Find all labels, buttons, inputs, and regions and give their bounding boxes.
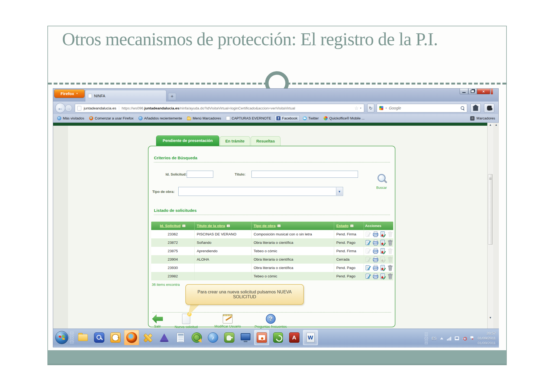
cell-acciones (364, 247, 393, 255)
sort-icon[interactable]: − (350, 224, 354, 227)
tab-resueltas[interactable]: Resueltas (251, 136, 280, 146)
taskbar-evernote-button[interactable] (222, 330, 237, 345)
bookmark-anadidos[interactable]: Añadidos recientemente (137, 115, 184, 121)
start-button[interactable] (55, 331, 68, 344)
taskbar-outlook-button[interactable] (108, 330, 123, 345)
firefox-menu-label: Firefox (61, 91, 74, 96)
bookmarks-overflow-button[interactable]: ☆ Marcadores (470, 116, 496, 121)
tab-en-tramite[interactable]: En trámite (220, 136, 250, 146)
search-engine-dropdown-icon[interactable]: ▼ (385, 107, 387, 109)
print-icon[interactable] (372, 265, 379, 271)
address-bar[interactable]: juntadeandalucia.es https://ws096.juntad… (75, 104, 364, 112)
tab-pendiente-presentacion[interactable]: Pendiente de presentación (156, 135, 219, 146)
bookmark-label: Facebook (282, 116, 298, 120)
tipo-obra-select[interactable]: ▼ (178, 187, 343, 196)
tray-clock[interactable]: 20:57 01/09/2011 01/09/2011 (477, 331, 496, 346)
hidden-icons-arrow-icon[interactable] (440, 337, 443, 339)
restore-button[interactable] (468, 89, 477, 94)
forward-button[interactable]: → (65, 105, 72, 112)
salir-button[interactable]: Salir (149, 314, 166, 328)
bookmark-twitter[interactable]: Twitter (301, 115, 321, 121)
network-icon[interactable] (455, 336, 459, 340)
bookmark-menu-marcadores[interactable]: Menú Marcadores (185, 115, 223, 121)
delete-icon[interactable] (387, 265, 393, 271)
firefox-menu-button[interactable]: Firefox ▼ (54, 89, 85, 98)
site-identity-badge[interactable]: juntadeandalucia.es (84, 106, 119, 110)
home-button[interactable] (470, 103, 481, 113)
bookmark-star-icon[interactable]: ☆ (354, 105, 360, 111)
select-dropdown-icon[interactable]: ▼ (336, 187, 343, 195)
buscar-label: Buscar (373, 186, 390, 190)
back-button[interactable]: ← (55, 103, 65, 113)
taskbar-firefox-button[interactable] (124, 330, 139, 345)
close-button[interactable]: × (477, 89, 490, 94)
print-icon[interactable] (372, 248, 379, 254)
scroll-down-icon[interactable]: ▼ (488, 316, 493, 319)
sort-icon[interactable]: − (277, 224, 281, 227)
print-icon[interactable] (372, 239, 379, 246)
taskbar-itunes-button[interactable]: ♪ (205, 330, 220, 345)
bookmark-mas-visitados[interactable]: Más visitados (55, 115, 86, 121)
sign-icon[interactable] (380, 239, 386, 246)
sort-icon[interactable]: − (227, 224, 230, 227)
search-box[interactable]: ▼ Google (377, 104, 467, 112)
reload-button[interactable]: ↻ (367, 104, 374, 112)
edit-icon[interactable] (365, 273, 372, 280)
scrollbar-thumb[interactable] (488, 174, 493, 245)
taskbar-yellow-app-button[interactable] (140, 330, 155, 345)
id-solicitud-input[interactable] (187, 171, 213, 178)
scroll-up-icon[interactable]: ▲ (488, 123, 493, 126)
sign-icon[interactable] (380, 248, 386, 254)
taskbar-explorer-button[interactable] (75, 330, 90, 345)
column-header-titulo[interactable]: Título de la obra− (195, 222, 251, 230)
print-icon[interactable] (372, 273, 379, 280)
column-header-label: Estado (336, 224, 349, 228)
taskbar-powerpoint-button[interactable] (254, 330, 269, 345)
taskbar-devices-button[interactable] (238, 330, 253, 345)
sign-icon[interactable] (380, 273, 386, 280)
search-icon[interactable] (460, 106, 465, 110)
minimize-button[interactable] (460, 89, 468, 94)
preguntas-frecuentes-button[interactable]: ? Preguntas frecuentes (249, 314, 292, 329)
signal-strength-icon[interactable] (447, 336, 451, 341)
sign-icon[interactable] (380, 231, 386, 238)
edit-icon[interactable] (365, 265, 372, 271)
print-icon[interactable] (372, 256, 379, 263)
action-center-flag-icon[interactable] (470, 336, 474, 341)
evernote-button[interactable] (484, 103, 494, 113)
sign-icon[interactable] (380, 265, 386, 271)
new-tab-button[interactable]: + (168, 93, 176, 100)
taskbar-calculator-button[interactable] (173, 330, 188, 345)
nueva-solicitud-button[interactable]: Nueva solicitud (170, 314, 203, 329)
sort-icon[interactable]: − (182, 224, 186, 227)
delete-icon[interactable] (387, 273, 393, 280)
action-label: Salir (149, 325, 166, 328)
bookmark-comenzar-firefox[interactable]: Comenzar a usar Firefox (87, 115, 135, 121)
url-dropdown-icon[interactable]: ▼ (360, 107, 364, 109)
print-icon[interactable] (372, 231, 379, 238)
titulo-input[interactable] (251, 171, 358, 178)
volume-muted-icon[interactable] (463, 336, 467, 340)
taskbar-acrobat-button[interactable]: A (287, 330, 302, 345)
taskbar-key-app-button[interactable] (92, 330, 107, 345)
cell-estado: Pend. Pago (334, 272, 364, 280)
delete-icon[interactable] (387, 239, 393, 246)
buscar-button[interactable]: Buscar (373, 173, 390, 190)
column-header-estado[interactable]: Estado− (334, 222, 364, 230)
browser-tab-ninfa[interactable]: NINFA (85, 90, 166, 102)
bookmark-capturas-evernote[interactable]: CAPTURAS EVERNOTE (224, 115, 273, 121)
taskbar-word-button[interactable]: W (303, 330, 318, 345)
taskbar-media-app-button[interactable] (270, 330, 285, 345)
column-header-id[interactable]: Id. Solicitud− (151, 222, 195, 230)
modificar-usuario-button[interactable]: Modificar Usuario (210, 314, 246, 328)
taskbar-purple-app-button[interactable] (157, 330, 172, 345)
bookmark-label: CAPTURAS EVERNOTE (232, 116, 271, 120)
music-note-icon: ♪ (208, 332, 218, 343)
language-indicator[interactable]: ES (431, 336, 437, 341)
edit-icon[interactable] (365, 239, 372, 246)
column-header-tipo[interactable]: Tipo de obra− (251, 222, 334, 230)
vertical-scrollbar[interactable]: ▲ ▼ (487, 123, 493, 329)
taskbar-globe-app-button[interactable] (189, 330, 204, 345)
bookmark-facebook[interactable]: fFacebook (274, 115, 300, 121)
bookmark-quickoffice[interactable]: Quickoffice® Mobile ... (322, 115, 366, 121)
